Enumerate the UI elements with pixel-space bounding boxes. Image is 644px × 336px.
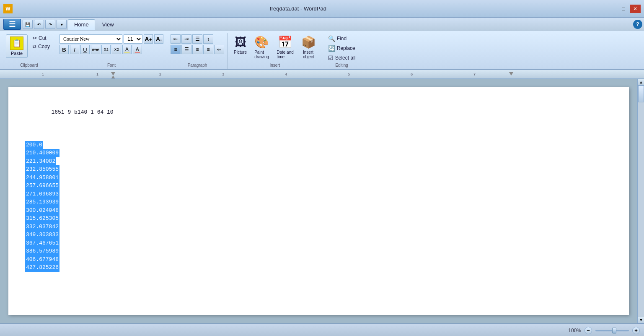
quick-undo-button[interactable]: ↶ [34,20,44,29]
scroll-down-button[interactable]: ▼ [638,317,644,323]
scroll-thumb[interactable] [638,86,644,102]
paragraph-content: ⇤ ⇥ ☰ ↕ ≡ ☰ ≡ ≡ ⇐ [171,33,224,63]
list-item: 257.696655 [25,182,612,190]
underline-button[interactable]: U [80,45,90,54]
decrease-indent-button[interactable]: ⇤ [171,34,181,44]
calendar-icon: 📅 [278,35,292,49]
font-color-button[interactable]: A [133,45,142,54]
ruler: 1 1 2 3 4 5 6 7 [0,70,644,79]
quick-customize-button[interactable]: ▾ [57,20,67,29]
zoom-minus-button[interactable]: − [585,327,592,334]
select-all-label: Select all [335,55,356,61]
quick-save-button[interactable]: 💾 [23,20,33,29]
zoom-handle[interactable] [612,328,616,333]
select-icon: ☑ [328,55,334,61]
svg-text:4: 4 [285,72,287,76]
close-button[interactable]: ✕ [630,5,641,13]
subscript-button[interactable]: X2 [101,45,111,54]
window-title: freqdata.dat - WordPad [15,5,581,12]
scroll-track[interactable] [638,86,644,317]
insert-object-button[interactable]: 📦 Insert object [299,34,318,60]
list-item: 210.400009 [25,149,612,157]
zoom-level-label: 100% [568,328,581,333]
strikethrough-button[interactable]: abc [91,45,100,54]
find-label: Find [337,36,347,42]
wordpad-menu-button[interactable]: ☰ [3,19,21,30]
increase-indent-button[interactable]: ⇥ [181,34,191,44]
list-item: 349.303833 [25,231,612,239]
rtl-button[interactable]: ⇐ [214,45,224,54]
align-center-button[interactable]: ☰ [181,45,191,54]
paste-label: Paste [11,51,23,56]
zoom-plus-button[interactable]: + [632,327,640,334]
picture-label: Picture [234,50,247,55]
select-all-button[interactable]: ☑ Select all [326,54,358,62]
svg-text:3: 3 [222,72,224,76]
document-area: 1651 9 b140 1 64 10 200.0210.400009221.3… [0,79,644,323]
tab-home[interactable]: Home [68,19,95,30]
copy-button[interactable]: ⧉ Copy [30,43,52,50]
bullets-button[interactable]: ☰ [192,34,202,44]
font-controls: Courier New 11 A+ A- B I U abc X2 [59,34,163,54]
list-item: 271.096893 [25,190,612,198]
document-lines: 200.0210.400009221.34082232.850555244.95… [25,141,612,272]
title-bar: W freqdata.dat - WordPad – □ ✕ [0,0,644,18]
highlight-color-button[interactable]: A [122,45,132,54]
replace-button[interactable]: 🔄 Replace [326,44,358,52]
list-item: 332.037842 [25,223,612,231]
font-size-select[interactable]: 11 [124,34,142,44]
align-left-button[interactable]: ≡ [171,45,181,54]
paint-drawing-button[interactable]: 🎨 Paint drawing [252,34,272,60]
list-item: 406.677948 [25,255,612,264]
line-spacing-button[interactable]: ↕ [203,34,213,44]
list-item: 285.193939 [25,198,612,206]
list-item: 200.0 [25,141,612,149]
header-line: 1651 9 b140 1 64 10 [51,109,113,115]
ribbon-area: ☰ 💾 ↶ ↷ ▾ Home View ? 📋 Paste ✂ Cut [0,18,644,70]
paste-button[interactable]: 📋 Paste [6,34,28,58]
tab-view[interactable]: View [96,19,120,29]
find-button[interactable]: 🔍 Find [326,34,358,43]
svg-text:5: 5 [348,72,350,76]
cut-button[interactable]: ✂ Cut [30,34,52,42]
paste-icon: 📋 [10,36,23,50]
maximize-button[interactable]: □ [618,5,629,13]
font-family-select[interactable]: Courier New [59,34,122,44]
picture-button[interactable]: 🖼 Picture [231,34,249,60]
justify-button[interactable]: ≡ [203,45,213,54]
para-row2: ≡ ☰ ≡ ≡ ⇐ [171,45,224,54]
bold-button[interactable]: B [59,45,69,54]
date-time-button[interactable]: 📅 Date and time [274,34,296,60]
zoom-slider[interactable] [595,330,629,331]
list-item: 221.34082 [25,157,612,166]
align-right-button[interactable]: ≡ [192,45,202,54]
font-row2: B I U abc X2 X2 A A [59,45,163,54]
help-button[interactable]: ? [633,20,642,29]
list-item: 386.575989 [25,247,612,255]
document-text: 1651 9 b140 1 64 10 200.0210.400009221.3… [25,100,612,288]
paragraph-group: ⇤ ⇥ ☰ ↕ ≡ ☰ ≡ ≡ ⇐ Paragraph [167,33,228,69]
ribbon: 📋 Paste ✂ Cut ⧉ Copy Clipboard [0,31,644,69]
list-item: 244.958801 [25,174,612,182]
page-content[interactable]: 1651 9 b140 1 64 10 200.0210.400009221.3… [8,87,629,315]
clipboard-label: Clipboard [6,63,52,69]
font-size-increase-button[interactable]: A+ [144,34,153,44]
italic-button[interactable]: I [70,45,79,54]
replace-icon: 🔄 [328,45,335,52]
clipboard-group: 📋 Paste ✂ Cut ⧉ Copy Clipboard [3,33,56,69]
superscript-button[interactable]: X2 [112,45,121,54]
list-item: 367.467651 [25,239,612,247]
minimize-button[interactable]: – [606,5,617,13]
paragraph-label: Paragraph [171,63,224,69]
svg-text:7: 7 [473,72,476,76]
binoculars-icon: 🔍 [328,35,335,42]
insert-label: Insert [231,63,318,69]
tab-bar: ☰ 💾 ↶ ↷ ▾ Home View ? [0,18,644,31]
paragraph-buttons: ⇤ ⇥ ☰ ↕ ≡ ☰ ≡ ≡ ⇐ [171,34,224,54]
window-controls: – □ ✕ [606,5,641,13]
quick-redo-button[interactable]: ↷ [45,20,55,29]
scroll-up-button[interactable]: ▲ [638,79,644,86]
object-icon: 📦 [301,35,316,49]
svg-text:2: 2 [159,72,161,76]
font-size-decrease-button[interactable]: A- [154,34,163,44]
